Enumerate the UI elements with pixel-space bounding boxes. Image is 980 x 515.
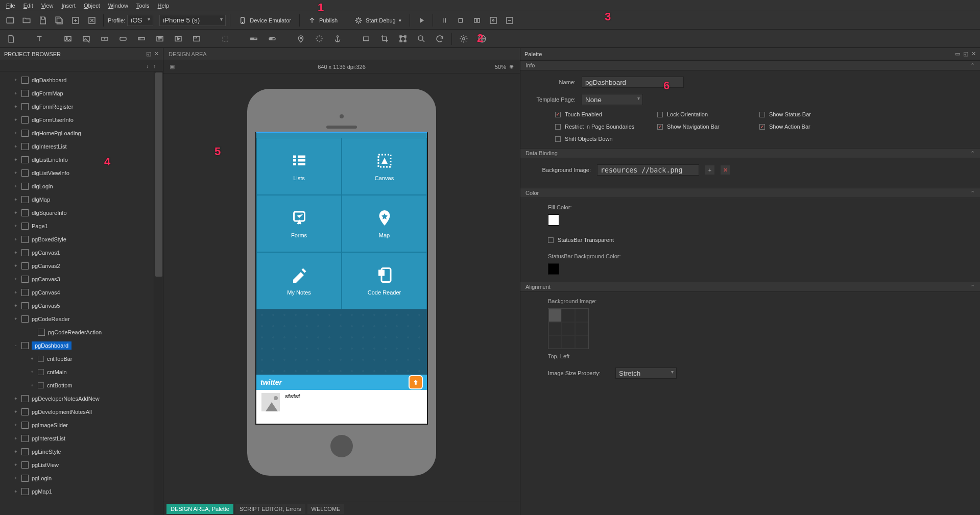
menu-edit[interactable]: Edit <box>19 1 37 10</box>
tree-item[interactable]: +cntTopBar <box>0 352 163 365</box>
alignment-collapse-icon[interactable]: ⌃ <box>970 284 975 290</box>
tree-item[interactable]: +dlgFormUserInfo <box>0 113 163 127</box>
expand-icon[interactable]: + <box>13 277 18 282</box>
tile-lists[interactable]: Lists <box>256 138 342 195</box>
tree-item[interactable]: +pgBoxedStyle <box>0 233 163 246</box>
tree-item[interactable]: +pgLineStyle <box>0 445 163 458</box>
expand-icon[interactable]: + <box>13 396 18 401</box>
tree-item[interactable]: +pgInterestList <box>0 432 163 445</box>
debug-play-icon[interactable] <box>414 13 428 28</box>
save-icon[interactable] <box>36 13 50 28</box>
tree-item[interactable]: +Page1 <box>0 219 163 233</box>
start-debug-button[interactable]: Start Debug ▾ <box>350 13 405 28</box>
palette-close-icon[interactable]: ✕ <box>971 51 976 57</box>
expand-icon[interactable]: + <box>13 197 18 202</box>
template-select[interactable]: None <box>582 94 643 105</box>
zoom-icon[interactable]: ⊕ <box>509 63 514 70</box>
tool-textbtn-icon[interactable] <box>98 32 111 45</box>
profile-select[interactable]: iOS <box>127 15 153 26</box>
expand-icon[interactable]: + <box>30 370 35 375</box>
expand-icon[interactable]: + <box>13 210 18 215</box>
tool-rect-icon[interactable] <box>360 32 373 45</box>
expand-icon[interactable]: + <box>13 476 18 481</box>
device-select[interactable]: iPhone 5 (s) <box>159 15 226 26</box>
menu-view[interactable]: View <box>37 1 58 10</box>
expand-icon[interactable]: + <box>13 117 18 122</box>
tree-item[interactable]: +cntMain <box>0 365 163 379</box>
tool-newpage-icon[interactable] <box>4 32 17 45</box>
tree-item[interactable]: +pgListView <box>0 458 163 472</box>
alignment-grid[interactable] <box>548 308 589 349</box>
expand-icon[interactable]: + <box>13 170 18 176</box>
tool-loading-icon[interactable] <box>313 32 326 45</box>
tile-codereader[interactable]: Code Reader <box>342 252 427 309</box>
expand-icon[interactable]: - <box>13 343 18 348</box>
tool-switch-icon[interactable] <box>266 32 279 45</box>
expand-icon[interactable]: + <box>13 409 18 414</box>
expand-icon[interactable]: + <box>13 449 18 454</box>
tree-item[interactable]: +pgLogin <box>0 472 163 485</box>
expand-icon[interactable]: + <box>13 144 18 149</box>
tool-container-icon[interactable] <box>190 32 203 45</box>
palette-pop-icon[interactable]: ◱ <box>963 51 968 57</box>
tool-text-icon[interactable] <box>33 32 46 45</box>
info-collapse-icon[interactable]: ⌃ <box>970 62 975 69</box>
tab-script-errors[interactable]: SCRIPT EDITOR, Errors <box>235 504 305 514</box>
tool-settings-icon[interactable] <box>457 32 470 45</box>
tool-transform-icon[interactable] <box>396 32 410 45</box>
tool-refresh-icon[interactable] <box>433 32 446 45</box>
menu-window[interactable]: Window <box>104 1 132 10</box>
tree-item[interactable]: -pgDashboard <box>0 339 163 352</box>
tree-item[interactable]: +dlgLogin <box>0 180 163 193</box>
expand-icon[interactable]: + <box>13 78 18 83</box>
phone-screen[interactable]: Lists Canvas Forms <box>255 132 428 425</box>
tile-mynotes[interactable]: My Notes <box>256 252 342 309</box>
tree-item[interactable]: +dlgFormRegister <box>0 100 163 113</box>
canvas-device-icon[interactable]: ▣ <box>170 63 175 70</box>
tool-slider-icon[interactable] <box>247 32 260 45</box>
bgimage-remove-button[interactable]: ✕ <box>721 165 730 175</box>
scroll-up-button[interactable] <box>409 375 423 389</box>
color-collapse-icon[interactable]: ⌃ <box>970 190 975 197</box>
expand-icon[interactable]: + <box>13 436 18 441</box>
tool-video-icon[interactable] <box>172 32 185 45</box>
export-icon[interactable] <box>68 13 83 28</box>
tree-item[interactable]: +dlgFormMap <box>0 87 163 100</box>
expand-icon[interactable]: + <box>30 356 35 361</box>
tree-item[interactable]: +dlgInterestList <box>0 140 163 153</box>
expand-icon[interactable]: + <box>13 263 18 268</box>
tool-input-icon[interactable] <box>135 32 148 45</box>
tree-item[interactable]: +pgCanvas3 <box>0 273 163 286</box>
checkbox[interactable] <box>759 124 765 130</box>
checkbox[interactable] <box>657 112 663 117</box>
expand-icon[interactable]: + <box>13 224 18 229</box>
tile-map[interactable]: Map <box>342 195 427 252</box>
tree-item[interactable]: +pgCanvas4 <box>0 286 163 299</box>
tool-imagebtn-icon[interactable] <box>80 32 93 45</box>
tool-crop-icon[interactable] <box>378 32 391 45</box>
tree-scrollbar[interactable] <box>154 71 163 515</box>
expand-icon[interactable]: + <box>13 462 18 468</box>
tree-item[interactable]: +dlgSquareInfo <box>0 206 163 219</box>
expand-icon[interactable]: + <box>13 91 18 96</box>
expand-icon[interactable]: + <box>13 157 18 162</box>
tool-zoom-icon[interactable] <box>415 32 428 45</box>
bgimage-input[interactable] <box>597 164 699 176</box>
checkbox[interactable] <box>555 136 561 142</box>
tree-item[interactable]: +cntBottom <box>0 379 163 392</box>
checkbox[interactable] <box>657 124 663 130</box>
tile-forms[interactable]: Forms <box>256 195 342 252</box>
expand-icon[interactable]: + <box>13 131 18 136</box>
debug-pause-icon[interactable] <box>437 13 451 28</box>
tree-item[interactable]: +pgDevelopmentNotesAll <box>0 405 163 419</box>
pb-pop-icon[interactable]: ◱ <box>146 51 151 57</box>
pb-sortdown-icon[interactable]: ↓ <box>146 63 149 69</box>
new-project-icon[interactable] <box>3 13 17 28</box>
tree-item[interactable]: +pgMap1 <box>0 485 163 498</box>
tool-textarea-icon[interactable] <box>153 32 166 45</box>
expand-icon[interactable]: + <box>13 184 18 189</box>
tree-item[interactable]: +pgCanvas1 <box>0 246 163 259</box>
tool-select-icon[interactable] <box>219 32 232 45</box>
imagesize-select[interactable]: Stretch <box>615 367 677 379</box>
debug-step2-icon[interactable] <box>486 13 500 28</box>
